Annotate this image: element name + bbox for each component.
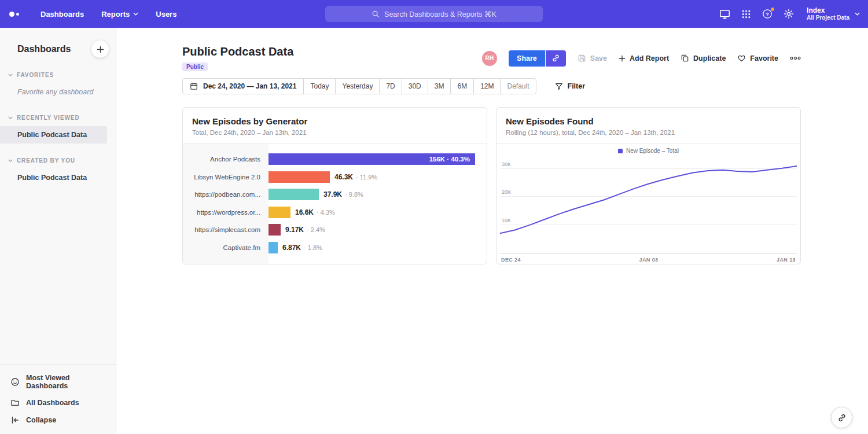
duplicate-button[interactable]: Duplicate	[681, 54, 726, 62]
bar-segment[interactable]	[269, 189, 319, 200]
bar-chart: Anchor Podcasts156K · 40.3%Libsyn WebEng…	[183, 144, 487, 264]
section-label[interactable]: RECENTLY VIEWED	[0, 115, 116, 121]
chevron-down-icon	[8, 73, 13, 76]
collapse-icon	[10, 415, 20, 425]
bar-row: Libsyn WebEngine 2.046.3K · 11.9%	[183, 168, 487, 186]
date-range-picker[interactable]: Dec 24, 2020 — Jan 13, 2021	[183, 79, 303, 94]
chevron-down-icon	[8, 116, 13, 119]
help-icon[interactable]: ?	[762, 9, 773, 19]
bar-value-label: 16.6K · 4.3%	[295, 208, 335, 216]
bar-track: 37.9K · 9.8%	[269, 186, 487, 204]
project-switcher[interactable]: Index All Project Data	[807, 6, 860, 21]
bar-value-label: 6.87K · 1.8%	[282, 244, 322, 252]
most-viewed-icon	[10, 377, 20, 387]
nav-item-users[interactable]: Users	[156, 10, 176, 19]
search-input[interactable]: Search Dashboards & Reports ⌘K	[325, 6, 543, 22]
nav-item-reports[interactable]: Reports	[101, 10, 138, 19]
section-label[interactable]: CREATED BY YOU	[0, 157, 116, 164]
card-title: New Episodes by Generator	[192, 116, 477, 126]
bar-segment[interactable]	[269, 207, 290, 218]
add-report-button[interactable]: Add Report	[619, 54, 669, 62]
bar-segment[interactable]	[269, 171, 330, 183]
date-controls-row: Dec 24, 2020 — Jan 13, 2021 Today Yester…	[182, 78, 801, 94]
settings-gear-icon[interactable]	[784, 9, 794, 19]
chevron-down-icon	[133, 12, 138, 16]
card-subtitle: Rolling (12 hours), total, Dec 24th, 202…	[506, 129, 791, 136]
card-title: New Episodes Found	[506, 116, 791, 126]
avatar[interactable]: RH	[482, 51, 497, 66]
bar-value-label: 156K · 40.3%	[429, 156, 475, 163]
bar-category-label: https://wordpress.or...	[183, 209, 269, 216]
sidebar-section-favorites: FAVORITES Favorite any dashboard	[0, 72, 116, 101]
share-link-button[interactable]	[546, 50, 566, 67]
preset-12m[interactable]: 12M	[473, 79, 500, 94]
bar-track: 6.87K · 1.8%	[269, 239, 487, 257]
bar-row: https://simplecast.com9.17K · 2.4%	[183, 221, 487, 239]
share-button[interactable]: Share	[509, 50, 545, 67]
favorite-button[interactable]: Favorite	[737, 54, 778, 62]
all-dashboards-button[interactable]: All Dashboards	[0, 394, 116, 411]
notification-dot	[771, 8, 774, 11]
sidebar-section-created-by-you: CREATED BY YOU Public Podcast Data	[0, 157, 116, 186]
bar-value-label: 9.17K · 2.4%	[285, 226, 325, 234]
save-button[interactable]: Save	[578, 54, 607, 62]
section-label[interactable]: FAVORITES	[0, 72, 116, 78]
header-actions: RH Share Save	[482, 50, 801, 67]
visibility-badge: Public	[182, 62, 208, 71]
copy-icon	[681, 54, 689, 62]
more-options-button[interactable]	[790, 56, 801, 60]
line-series[interactable]	[500, 166, 797, 233]
chevron-down-icon	[855, 12, 860, 16]
legend-swatch	[618, 149, 623, 153]
sidebar-header: Dashboards	[0, 28, 116, 58]
filter-funnel-icon	[555, 82, 563, 90]
monitor-icon[interactable]	[719, 9, 730, 20]
plus-icon	[619, 55, 626, 62]
preset-today[interactable]: Today	[303, 79, 335, 94]
project-name: Index	[807, 6, 849, 14]
sidebar-title: Dashboards	[17, 44, 71, 54]
filter-button[interactable]: Filter	[551, 82, 589, 91]
page-title: Public Podcast Data	[182, 45, 293, 58]
add-dashboard-button[interactable]	[91, 41, 109, 58]
bar-category-label: Anchor Podcasts	[183, 156, 269, 163]
preset-default[interactable]: Default	[500, 79, 535, 94]
nav-item-dashboards[interactable]: Dashboards	[41, 10, 84, 19]
preset-6m[interactable]: 6M	[450, 79, 473, 94]
chart-legend: New Episode – Total	[500, 148, 797, 154]
title-block: Public Podcast Data Public	[182, 45, 293, 71]
x-axis-tick: JAN 13	[777, 257, 796, 263]
share-split-button: Share	[509, 50, 566, 67]
bar-category-label: Libsyn WebEngine 2.0	[183, 174, 269, 181]
apps-grid-icon[interactable]	[741, 9, 751, 19]
sidebar-section-recently-viewed: RECENTLY VIEWED Public Podcast Data	[0, 115, 116, 144]
project-subtitle: All Project Data	[807, 14, 849, 21]
bar-segment[interactable]	[269, 224, 281, 236]
favorites-placeholder: Favorite any dashboard	[0, 83, 116, 101]
preset-3m[interactable]: 3M	[428, 79, 451, 94]
sidebar: Dashboards FAVORITES Favorite any dashbo…	[0, 28, 116, 434]
copy-link-floating-button[interactable]	[831, 407, 852, 428]
report-card-new-episodes-found[interactable]: New Episodes Found Rolling (12 hours), t…	[496, 107, 801, 264]
heart-icon	[737, 54, 746, 62]
bar-value-label: 46.3K · 11.9%	[334, 173, 377, 181]
preset-yesterday[interactable]: Yesterday	[335, 79, 379, 94]
collapse-sidebar-button[interactable]: Collapse	[0, 411, 116, 429]
bar-segment[interactable]	[269, 242, 278, 253]
preset-7d[interactable]: 7D	[379, 79, 401, 94]
preset-30d[interactable]: 30D	[402, 79, 428, 94]
most-viewed-dashboards-button[interactable]: Most Viewed Dashboards	[0, 370, 116, 394]
date-range-group: Dec 24, 2020 — Jan 13, 2021 Today Yester…	[182, 78, 536, 94]
sidebar-item-public-podcast-data[interactable]: Public Podcast Data	[0, 169, 116, 186]
report-card-new-episodes-by-generator[interactable]: New Episodes by Generator Total, Dec 24t…	[182, 107, 487, 264]
sidebar-item-public-podcast-data[interactable]: Public Podcast Data	[0, 126, 107, 144]
x-axis-tick: JAN 03	[639, 257, 659, 263]
top-navbar: Dashboards Reports Users Search Dashboar…	[0, 0, 868, 28]
search-placeholder: Search Dashboards & Reports ⌘K	[384, 10, 496, 19]
bar-track: 46.3K · 11.9%	[269, 168, 487, 186]
nav-left: Dashboards Reports Users	[0, 10, 176, 19]
bar-segment[interactable]: 156K · 40.3%	[269, 153, 475, 165]
link-icon	[837, 413, 847, 422]
bar-track: 156K · 40.3%	[269, 150, 487, 168]
mixpanel-logo[interactable]	[9, 12, 23, 17]
